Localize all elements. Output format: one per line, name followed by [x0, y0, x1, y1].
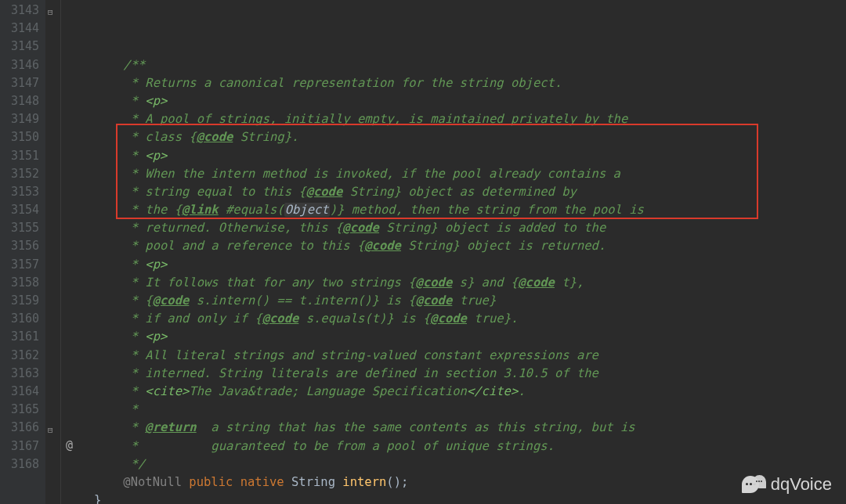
code-token: @code — [364, 239, 401, 253]
code-token: String} object is returned. — [401, 239, 606, 253]
code-line[interactable]: /** — [94, 56, 846, 74]
code-token: @code — [153, 293, 190, 308]
code-token: String} object is added to the — [379, 221, 606, 235]
code-line[interactable]: * guaranteed to be from a pool of unique… — [94, 437, 846, 455]
code-line[interactable]: * <p> — [94, 256, 846, 274]
line-number: 3149 — [3, 110, 39, 128]
code-line[interactable]: * <p> — [94, 92, 846, 110]
code-token: public native — [189, 475, 291, 489]
line-number: 3148 — [3, 92, 39, 110]
line-number: 3168 — [3, 455, 39, 473]
code-editor[interactable]: 3143314431453146314731483149315031513152… — [0, 0, 846, 504]
code-line[interactable]: @NotNull public native String intern(); — [94, 473, 846, 491]
code-token: Object — [284, 203, 330, 217]
code-line[interactable]: * class {@code String}. — [94, 128, 846, 146]
line-number: 3150 — [3, 128, 39, 146]
code-token: @code — [430, 311, 467, 326]
code-token: s.equals(t)} is { — [298, 311, 430, 326]
code-token: * if and only if { — [123, 311, 262, 326]
line-number: 3151 — [3, 147, 39, 165]
code-token: * interned. String literals are defined … — [123, 366, 598, 380]
code-line[interactable]: * — [94, 401, 846, 419]
code-line[interactable]: } — [94, 491, 846, 504]
override-gutter-icon[interactable]: @ — [66, 437, 73, 455]
fold-column[interactable]: ⊟⊟ — [45, 0, 61, 504]
code-token: * string equal to this { — [123, 185, 306, 199]
code-line[interactable]: * <p> — [94, 147, 846, 165]
code-token: intern — [342, 475, 386, 489]
code-token: * guaranteed to be from a pool of unique… — [123, 439, 555, 453]
code-token: * — [123, 329, 145, 344]
code-token: @link — [182, 203, 219, 217]
code-line[interactable]: * the {@link #equals(Object)} method, th… — [94, 201, 846, 219]
line-number-gutter: 3143314431453146314731483149315031513152… — [0, 0, 45, 504]
code-line[interactable]: */ — [94, 455, 846, 473]
line-number: 3162 — [3, 347, 39, 365]
code-token: * — [123, 257, 145, 272]
code-token: @code — [306, 185, 343, 199]
code-token: * { — [123, 293, 152, 308]
code-token: @return — [145, 420, 196, 434]
code-line[interactable]: * It follows that for any two strings {@… — [94, 274, 846, 292]
code-token: @NotNull — [123, 475, 189, 489]
line-number: 3146 — [3, 56, 39, 74]
line-number: 3160 — [3, 310, 39, 328]
code-token: String}. — [233, 130, 298, 144]
code-token: @code — [342, 221, 379, 235]
code-token: * returned. Otherwise, this { — [123, 221, 342, 235]
code-token: a string that has the same contents as t… — [197, 420, 635, 434]
code-token: s} and { — [452, 275, 518, 290]
code-token: */ — [123, 457, 145, 471]
code-token: * — [123, 94, 145, 108]
code-token: @code — [416, 275, 453, 290]
code-token: * the { — [123, 203, 182, 217]
code-token: * — [123, 384, 145, 398]
code-line[interactable]: * When the intern method is invoked, if … — [94, 165, 846, 183]
line-number: 3165 — [3, 401, 39, 419]
fold-close-icon[interactable]: ⊟ — [48, 421, 53, 439]
code-token: true}. — [467, 311, 518, 326]
code-line[interactable]: * @return a string that has the same con… — [94, 419, 846, 437]
code-token: } — [94, 493, 101, 504]
code-line[interactable]: * returned. Otherwise, this {@code Strin… — [94, 219, 846, 237]
line-number: 3155 — [3, 219, 39, 237]
line-number: 3163 — [3, 365, 39, 383]
code-token: <cite> — [145, 384, 189, 398]
code-token: #equals( — [219, 203, 284, 217]
watermark-text: dqVoice — [771, 474, 832, 495]
fold-open-icon[interactable]: ⊟ — [48, 3, 53, 21]
line-number: 3159 — [3, 292, 39, 310]
code-token: /** — [123, 58, 145, 72]
line-number: 3161 — [3, 328, 39, 346]
code-line[interactable]: * pool and a reference to this {@code St… — [94, 237, 846, 255]
code-token: * class { — [123, 130, 196, 144]
code-line[interactable]: * <cite>The Java&trade; Language Specifi… — [94, 383, 846, 401]
code-token: @code — [416, 293, 453, 308]
code-line[interactable]: * string equal to this {@code String} ob… — [94, 183, 846, 201]
code-token: )} method, then the string from the pool… — [330, 203, 644, 217]
line-number: 3152 — [3, 165, 39, 183]
code-token: . — [518, 384, 525, 398]
code-line[interactable]: * {@code s.intern() == t.intern()} is {@… — [94, 292, 846, 310]
code-line[interactable]: * <p> — [94, 328, 846, 346]
code-token: * — [123, 420, 145, 434]
code-token: </cite> — [467, 384, 518, 398]
code-token: String — [291, 475, 342, 489]
line-number: 3145 — [3, 38, 39, 56]
code-area[interactable]: /** * Returns a canonical representation… — [85, 0, 846, 504]
code-token: <p> — [145, 329, 167, 344]
code-token: @code — [518, 275, 555, 290]
code-line[interactable]: * All literal strings and string-valued … — [94, 347, 846, 365]
line-number: 3147 — [3, 74, 39, 92]
code-line[interactable]: * interned. String literals are defined … — [94, 365, 846, 383]
line-number: 3154 — [3, 201, 39, 219]
line-number: 3158 — [3, 274, 39, 292]
code-line[interactable]: * A pool of strings, initially empty, is… — [94, 110, 846, 128]
line-number: 3164 — [3, 383, 39, 401]
code-line[interactable]: * Returns a canonical representation for… — [94, 74, 846, 92]
code-line[interactable]: * if and only if {@code s.equals(t)} is … — [94, 310, 846, 328]
watermark: dqVoice — [742, 474, 832, 495]
code-token: (); — [386, 475, 408, 489]
code-token: The Java&trade; Language Specification — [189, 384, 467, 398]
code-token: * — [123, 149, 145, 163]
